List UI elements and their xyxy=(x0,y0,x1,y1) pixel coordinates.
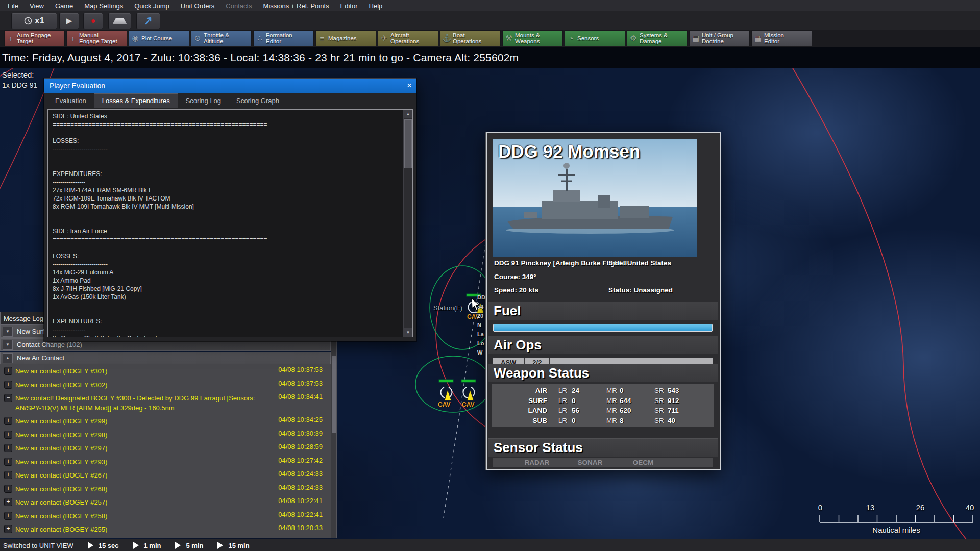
tab-scoring-graph[interactable]: Scoring Graph xyxy=(229,94,287,108)
toolbar-button[interactable]: ▤ Unit / Group Doctrine xyxy=(689,30,750,46)
expand-icon[interactable]: + xyxy=(4,417,12,425)
close-icon[interactable]: × xyxy=(403,81,416,91)
menu-item[interactable]: Contacts xyxy=(220,2,257,10)
log-entry[interactable]: + New air contact (BOGEY #258) 04/08 10:… xyxy=(0,509,331,522)
unit-label[interactable]: CAV xyxy=(438,401,450,408)
toolbar-button[interactable]: ◔ Sensors xyxy=(565,30,625,46)
expand-icon[interactable]: − xyxy=(4,394,12,402)
menu-item[interactable]: Help xyxy=(363,2,388,10)
time-step-button[interactable]: 1 min xyxy=(133,542,161,549)
short-range-value: 40 xyxy=(668,417,691,424)
toolbar-button[interactable]: ∴ Formation Editor xyxy=(253,30,314,46)
toolbar-button[interactable]: ◉ Plot Course xyxy=(129,30,189,46)
time-controls-bar: x1 ▶ ● xyxy=(0,11,980,30)
time-step-button[interactable]: 15 sec xyxy=(88,542,119,549)
sensor-name[interactable]: OECM xyxy=(617,459,670,466)
expand-icon[interactable]: + xyxy=(4,381,12,389)
chevron-down-icon[interactable]: ▼ xyxy=(3,327,13,337)
expand-icon[interactable]: + xyxy=(4,458,12,466)
toolbar-button[interactable]: ⚓ Boat Operations xyxy=(440,30,501,46)
log-entry[interactable]: + New air contact (BOGEY #255) 04/08 10:… xyxy=(0,522,331,536)
log-entry[interactable]: − New contact! Designated BOGEY #300 - D… xyxy=(0,391,331,414)
toolbar-button-label: Formation xyxy=(266,32,292,38)
expand-icon[interactable]: + xyxy=(4,525,12,533)
unit-label[interactable]: CAV xyxy=(462,401,474,408)
medium-range-value: 620 xyxy=(620,407,643,414)
jump-to-unit-button[interactable] xyxy=(136,13,160,29)
short-range-label: SR xyxy=(654,387,668,394)
tab-evaluation[interactable]: Evaluation xyxy=(47,94,94,108)
menu-item[interactable]: Unit Orders xyxy=(175,2,220,10)
menu-item[interactable]: Quick Jump xyxy=(129,2,175,10)
toolbar-button[interactable]: ⊙ Throttle & Altitude xyxy=(191,30,252,46)
toolbar-button[interactable]: + Manual Engage Target xyxy=(66,30,127,46)
toolbar-button[interactable]: ≡ Magazines xyxy=(315,30,376,46)
chevron-up-icon[interactable]: ▲ xyxy=(3,353,13,363)
expand-icon[interactable]: + xyxy=(4,444,12,452)
scroll-down-icon[interactable]: ▼ xyxy=(404,328,412,337)
log-scrollbar-thumb[interactable] xyxy=(332,356,336,433)
time-step-label: 5 min xyxy=(186,542,203,549)
toolbar-button[interactable]: ✈ Aircraft Operations xyxy=(378,30,438,46)
menu-item[interactable]: Editor xyxy=(335,2,363,10)
log-group-label: Contact Change (102) xyxy=(17,341,82,348)
expand-icon[interactable]: + xyxy=(4,431,12,439)
time-compression-button[interactable]: x1 xyxy=(11,13,57,29)
time-step-button[interactable]: 5 min xyxy=(175,542,203,549)
time-step-button[interactable]: 15 min xyxy=(217,542,249,549)
short-range-value: 912 xyxy=(668,397,691,405)
toolbar-button[interactable]: ⚙ Systems & Damage xyxy=(627,30,688,46)
log-entry[interactable]: + New air contact (BOGEY #267) 04/08 10:… xyxy=(0,468,331,482)
dialog-scrollbar[interactable]: ▲ ▼ xyxy=(403,110,412,337)
toolbar-button-label2: Doctrine xyxy=(702,38,733,44)
weapon-category: SUB xyxy=(492,417,547,424)
toolbar-button[interactable]: ⚒ Mounts & Weapons xyxy=(502,30,563,46)
app-window: Station(F) CAVCAVCAV DD3420NLaLoW FileVi… xyxy=(0,0,980,551)
scroll-up-icon[interactable]: ▲ xyxy=(404,110,412,118)
sensor-name[interactable]: SONAR xyxy=(564,459,617,466)
toolbar-button-label: Throttle & xyxy=(204,32,229,38)
expand-icon[interactable]: + xyxy=(4,512,12,520)
menu-item[interactable]: Map Settings xyxy=(79,2,129,10)
expand-icon[interactable]: + xyxy=(4,471,12,479)
unit-symbol-ship-3[interactable] xyxy=(461,380,476,400)
dialog-scrollbar-thumb[interactable] xyxy=(404,119,412,168)
log-entry-text: New air contact (BOGEY #255) xyxy=(15,525,107,533)
menu-item[interactable]: View xyxy=(24,2,50,10)
expand-icon[interactable]: + xyxy=(4,498,12,506)
scenario-time-text: Time: Friday, August 4, 2017 - Zulu: 10:… xyxy=(0,52,519,64)
dialog-tab-strip: Evaluation Losses & Expenditures Scoring… xyxy=(44,93,416,108)
log-scrollbar[interactable] xyxy=(331,325,337,538)
unit-symbol-ship-2[interactable] xyxy=(439,380,453,400)
chevron-down-icon[interactable]: ▼ xyxy=(3,340,13,350)
toolbar-button[interactable]: + Auto Engage Target xyxy=(4,30,65,46)
toolbar-button[interactable]: ▦ Mission Editor xyxy=(751,30,812,46)
menu-item[interactable]: Missions + Ref. Points xyxy=(258,2,335,10)
log-entry[interactable]: + New air contact (BOGEY #299) 04/08 10:… xyxy=(0,414,331,428)
toolbar-button-label: Aircraft xyxy=(390,32,419,38)
medium-range-value: 644 xyxy=(620,397,643,405)
tab-scoring-log[interactable]: Scoring Log xyxy=(178,94,229,108)
tab-losses-expenditures[interactable]: Losses & Expenditures xyxy=(94,93,178,108)
medium-range-label: MR xyxy=(606,417,620,424)
log-entry[interactable]: + New air contact (BOGEY #257) 04/08 10:… xyxy=(0,495,331,509)
log-entry[interactable]: + New air contact (BOGEY #301) 04/08 10:… xyxy=(0,364,331,378)
medium-range-value: 8 xyxy=(620,417,643,424)
log-entry[interactable]: + New air contact (BOGEY #293) 04/08 10:… xyxy=(0,455,331,468)
record-button[interactable]: ● xyxy=(83,13,103,29)
expand-icon[interactable]: + xyxy=(4,367,12,375)
dialog-title-bar[interactable]: Player Evaluation × xyxy=(44,79,416,93)
log-entry[interactable]: + New air contact (BOGEY #298) 04/08 10:… xyxy=(0,428,331,441)
log-entry[interactable]: + New air contact (BOGEY #256) 04/08 10:… xyxy=(0,536,331,539)
message-log-tab[interactable]: Message Log xyxy=(0,312,47,325)
log-entry[interactable]: + New air contact (BOGEY #268) 04/08 10:… xyxy=(0,482,331,495)
menu-item[interactable]: File xyxy=(2,2,24,10)
expand-icon[interactable]: + xyxy=(4,485,12,493)
camera-view-button[interactable] xyxy=(108,13,131,29)
sensor-name[interactable]: RADAR xyxy=(510,459,564,466)
log-entry[interactable]: + New air contact (BOGEY #297) 04/08 10:… xyxy=(0,441,331,455)
play-button[interactable]: ▶ xyxy=(59,13,79,29)
log-entry[interactable]: + New air contact (BOGEY #302) 04/08 10:… xyxy=(0,378,331,391)
log-group-new-air-contact[interactable]: ▲ New Air Contact xyxy=(0,352,331,364)
menu-item[interactable]: Game xyxy=(50,2,79,10)
